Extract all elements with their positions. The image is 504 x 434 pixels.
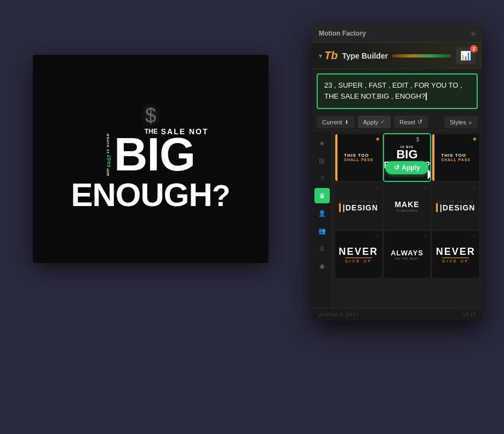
reset-icon: ↺ [417,118,422,125]
footer-version: V2.17 [462,312,476,317]
grid-item-7[interactable]: ☆ NEVER GIVE UP [335,231,382,278]
styles-icon: ⟐ [468,119,472,125]
apply-btn-label: Apply [402,164,420,172]
never-give-up-2: GIVE UP [442,258,469,263]
current-button[interactable]: Current ⬇ [317,116,354,128]
preview-enough-word: ENOUGH [71,176,212,214]
current-chevron: ⬇ [345,119,349,125]
text-cursor [426,93,427,100]
sidebar-icon-person[interactable]: 👤 [314,205,330,221]
sidebar-icon-grid[interactable]: ⊞ [314,153,330,168]
mf-toolbar: Current ⬇ Apply ✓ Reset ↺ Styles ⟐ [312,113,482,131]
this-too-text-1: THIS TOO SHALL PASS [340,153,374,162]
styles-button[interactable]: Styles ⟐ [444,116,478,128]
mf-body: ★ ⊞ ⠿ ♛ 👤 👥 & ◆ ★ THIS TOO SHALL PASS [312,131,482,308]
sidebar-icon-diamond[interactable]: ◆ [314,258,330,273]
mf-sidebar: ★ ⊞ ⠿ ♛ 👤 👥 & ◆ [312,131,332,308]
grid-item-1[interactable]: ★ THIS TOO SHALL PASS [335,134,382,181]
sbe-dollar: $ [416,136,420,142]
menu-icon[interactable]: ≡ [471,29,476,38]
preview-vertical-fast: FAST [106,155,112,167]
text-line-2: THE SALE NOT,BIG , ENOGH? [324,92,425,100]
dashboard-button[interactable]: 📊 2 [456,47,476,64]
mf-title: Motion Factory [319,30,366,37]
preview-dollar: $ [145,104,156,127]
star-1: ★ [375,136,380,142]
tb-icon: Tb [324,49,337,62]
star-7: ☆ [375,233,380,239]
mf-footer: pixflow © 2017 V2.17 [312,308,482,321]
dashboard-icon: 📊 [460,51,471,60]
this-too-line1-1: THIS TOO [344,153,374,158]
grid-item-5[interactable]: ☆ MAKE is possible [384,183,431,230]
star-3: ★ [472,136,477,142]
type-builder-bar: ▾ Tb Type Builder 📊 2 [312,43,482,69]
never-word-1: NEVER [339,247,378,256]
preview-canvas: $ THE SALE NOT 23 SUPER FAST EDIT BIG EN… [33,55,268,263]
design-word-1: |DESIGN [339,203,379,212]
never-give-up-1: GIVE UP [345,258,372,263]
grid-item-4[interactable]: ☆ CUSTOM UNIQUE |DESIGN [335,183,382,230]
preview-vertical-edit: EDIT [106,168,112,176]
mf-header: Motion Factory ≡ [312,25,482,43]
sidebar-icon-crown[interactable]: ♛ [314,188,330,203]
star-8: ☆ [423,233,428,239]
mf-grid-area: ★ THIS TOO SHALL PASS ☆ $ IS BIG BIG ENO… [332,131,482,308]
sidebar-icon-persons[interactable]: 👥 [314,223,330,238]
yellow-bar-2 [432,134,434,181]
sidebar-icon-ampersand[interactable]: & [314,241,330,256]
reset-button[interactable]: Reset ↺ [394,116,428,128]
sbe-big: BIG [396,149,417,161]
apply-button[interactable]: Apply [385,161,428,174]
never-word-2: NEVER [436,247,476,256]
always-word: ALWAYS [391,249,423,257]
preview-big-word: BIG [114,135,195,174]
apply-check: ✓ [380,118,385,125]
preview-enough-row: ENOUGH ? [71,176,231,214]
apply-label: Apply [363,119,379,125]
this-too-line2-2: SHALL PASS [441,158,471,162]
type-builder-left: ▾ Tb Type Builder [319,49,388,62]
footer-brand: pixflow © 2017 [319,312,359,317]
text-line-1: 23 , SUPER , FAST , EDIT , FOR YOU TO , [324,81,462,89]
always-best: ON THE BEST [395,257,419,260]
make-word: MAKE [394,200,419,209]
styles-label: Styles [450,119,466,125]
apply-toolbar-button[interactable]: Apply ✓ [358,116,391,128]
dashboard-badge: 2 [470,45,478,53]
this-too-line2-1: SHALL PASS [344,158,374,162]
star-6: ☆ [472,185,477,191]
reset-label: Reset [399,119,415,125]
preview-vertical-text-1: 23 SUPER [106,133,112,153]
text-input-area[interactable]: 23 , SUPER , FAST , EDIT , FOR YOU TO , … [317,73,478,109]
this-too-text-2: THIS TOO SHALL PASS [437,153,471,162]
star-9: ☆ [472,233,477,239]
grid-item-3[interactable]: ★ THIS TOO SHALL PASS [432,134,479,181]
star-4: ☆ [375,185,380,191]
mf-panel: Motion Factory ≡ ▾ Tb Type Builder 📊 2 2… [312,25,482,321]
preview-question: ? [212,178,231,213]
current-label: Current [322,119,342,125]
apply-overlay: Apply [385,161,428,174]
design-word-2: |DESIGN [436,203,476,212]
sidebar-icon-star[interactable]: ★ [314,135,330,151]
tb-label: Type Builder [342,52,388,60]
grid-item-9[interactable]: ☆ NEVER GIVE UP [432,231,479,278]
star-5: ☆ [423,185,428,191]
grid-item-2[interactable]: ☆ $ IS BIG BIG ENOUGH? Apply [384,134,431,181]
text-input-content: 23 , SUPER , FAST , EDIT , FOR YOU TO , … [324,80,470,101]
yellow-bar-1 [335,134,337,181]
this-too-line1-2: THIS TOO [441,153,471,158]
make-possible: is possible [396,209,417,212]
grid-item-8[interactable]: ☆ ALWAYS ON THE BEST [384,231,431,278]
sidebar-icon-dots[interactable]: ⠿ [314,170,330,186]
grid-item-6[interactable]: ☆ CUSTOM UNIQUE |DESIGN [432,183,479,230]
preview-inner: $ THE SALE NOT 23 SUPER FAST EDIT BIG EN… [71,55,231,263]
